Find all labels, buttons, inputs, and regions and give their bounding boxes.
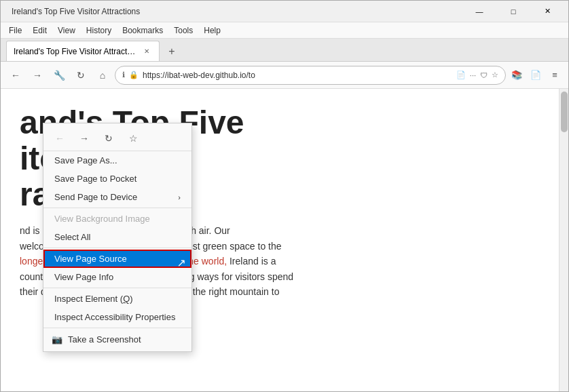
scroll-thumb[interactable] [561,92,568,132]
ctx-inspect-accessibility-label: Inspect Accessibility Properties [54,312,175,322]
content-area: and's Top Five itor ractions nd is like … [1,89,568,391]
menu-bookmarks[interactable]: Bookmarks [117,24,168,37]
cursor-icon: ↖ [177,256,186,269]
ctx-separator-2 [43,248,191,248]
window-controls: — □ ✕ [464,1,563,22]
context-menu: ← → ↻ ☆ Save Page As... Save Page to Poc… [43,123,192,352]
ctx-inspect-element-label: Inspect Element (Q) [54,294,133,304]
menu-tools[interactable]: Tools [168,24,198,37]
ctx-view-page-source-label: View Page Source [54,254,127,264]
menu-view[interactable]: View [52,24,81,37]
menu-edit[interactable]: Edit [27,24,52,37]
ctx-view-bg-image-label: View Background Image [54,214,150,224]
ctx-separator-1 [43,208,191,208]
ctx-send-to-device[interactable]: Send Page to Device › [43,188,191,206]
ctx-select-all-label: Select All [54,232,90,242]
screenshot-icon: 📷 [52,334,62,345]
forward-button[interactable]: → [28,66,47,85]
title-bar: Ireland's Top Five Visitor Attractions —… [1,1,568,22]
scrollbar[interactable] [559,89,568,391]
tab-bar: Ireland's Top Five Visitor Attractions ✕… [1,39,568,62]
menu-help[interactable]: Help [198,24,226,37]
browser-title: Ireland's Top Five Visitor Attractions [6,7,464,16]
tab-close-button[interactable]: ✕ [141,46,152,57]
ctx-separator-3 [43,288,191,288]
library-button[interactable]: 📚 [509,67,525,83]
url-bar[interactable]: ℹ 🔒 https://ibat-web-dev.github.io/to 📄 … [115,66,506,85]
new-tab-button[interactable]: + [162,42,181,61]
back-button[interactable]: ← [6,66,25,85]
ctx-view-page-info-label: View Page Info [54,272,113,282]
ctx-inspect-accessibility[interactable]: Inspect Accessibility Properties [43,308,191,326]
bookmark-star-icon: ☆ [492,71,498,79]
refresh-button[interactable]: ↻ [71,66,90,85]
home-button[interactable]: ⌂ [93,66,112,85]
maximize-button[interactable]: □ [498,1,529,22]
title-bar-left: Ireland's Top Five Visitor Attractions [6,7,464,16]
lock-icon: 🔒 [129,71,139,79]
ctx-send-arrow-icon: › [178,193,181,201]
url-text: https://ibat-web-dev.github.io/to [143,71,452,80]
close-button[interactable]: ✕ [532,1,563,22]
ctx-send-to-device-label: Send Page to Device [54,192,137,202]
hamburger-button[interactable]: ≡ [547,67,563,83]
minimize-button[interactable]: — [464,1,495,22]
ctx-select-all[interactable]: Select All [43,228,191,246]
reader-icon: 📄 [456,71,466,79]
ctx-bookmark-button[interactable]: ☆ [125,130,141,146]
ctx-forward-button[interactable]: → [76,130,92,146]
ctx-inspect-element[interactable]: Inspect Element (Q) [43,290,191,308]
ctx-save-to-pocket[interactable]: Save Page to Pocket [43,170,191,188]
active-tab[interactable]: Ireland's Top Five Visitor Attractions ✕ [6,41,160,61]
tools-button[interactable]: 🔧 [50,66,69,85]
ctx-take-screenshot[interactable]: 📷 Take a Screenshot [43,330,191,349]
ctx-back-button[interactable]: ← [52,130,68,146]
context-menu-nav-row: ← → ↻ ☆ [43,126,191,151]
ctx-view-bg-image: View Background Image [43,210,191,228]
ctx-view-page-info[interactable]: View Page Info [43,268,191,286]
body-text-3: Ireland is a [227,256,276,267]
ctx-separator-4 [43,328,191,328]
ctx-save-page-as[interactable]: Save Page As... [43,151,191,170]
menu-bar: File Edit View History Bookmarks Tools H… [1,22,568,39]
info-icon: ℹ [122,71,125,79]
nav-right-icons: 📚 📄 ≡ [509,67,563,83]
nav-bar: ← → 🔧 ↻ ⌂ ℹ 🔒 https://ibat-web-dev.githu… [1,62,568,89]
more-icon: ··· [470,71,476,79]
menu-history[interactable]: History [81,24,117,37]
reader-view-button[interactable]: 📄 [528,67,544,83]
ctx-take-screenshot-label: Take a Screenshot [68,334,141,345]
container-icon: 🛡 [480,71,488,79]
ctx-save-to-pocket-label: Save Page to Pocket [54,174,136,184]
tab-label: Ireland's Top Five Visitor Attractions [14,47,136,56]
menu-file[interactable]: File [3,24,27,37]
browser-window: Ireland's Top Five Visitor Attractions —… [0,0,569,392]
ctx-view-page-source[interactable]: View Page Source ↖ [43,250,191,268]
ctx-save-page-as-label: Save Page As... [54,155,117,165]
ctx-refresh-button[interactable]: ↻ [100,130,117,146]
